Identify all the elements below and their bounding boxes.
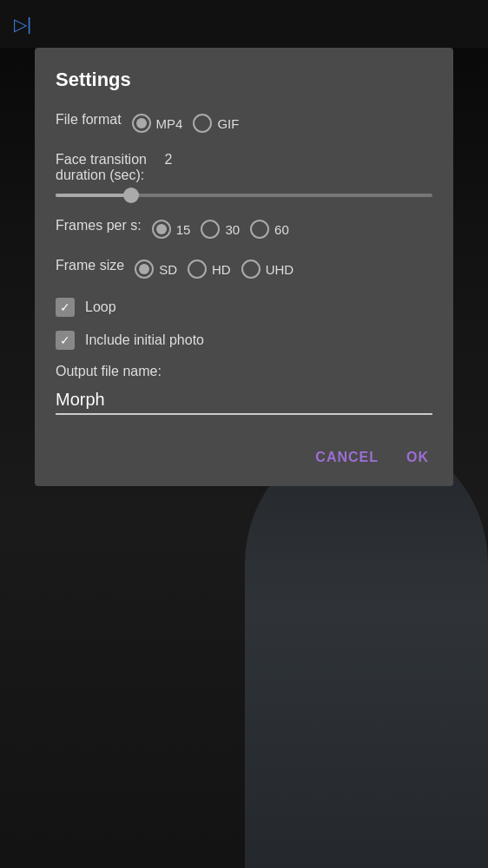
- radio-mp4-circle[interactable]: [132, 114, 151, 133]
- frame-size-label: Frame size: [56, 258, 124, 273]
- radio-uhd[interactable]: UHD: [241, 260, 294, 279]
- face-transition-header: Face transition 2 duration (sec):: [56, 152, 432, 183]
- radio-gif-label: GIF: [217, 116, 239, 131]
- top-bar: ▷|: [0, 0, 488, 48]
- face-transition-value: 2: [164, 152, 172, 167]
- radio-60fps[interactable]: 60: [250, 220, 289, 239]
- radio-15fps-label: 15: [176, 222, 191, 237]
- radio-hd-label: HD: [212, 262, 231, 277]
- radio-mp4-label: MP4: [156, 116, 183, 131]
- slider-fill: [56, 194, 131, 197]
- frames-per-sec-group: Frames per s: 15 30 60: [56, 218, 432, 240]
- dialog-buttons: CANCEL OK: [56, 436, 432, 472]
- frame-size-group: Frame size SD HD UHD: [56, 258, 432, 280]
- file-format-label: File format: [56, 112, 122, 128]
- radio-sd-label: SD: [159, 262, 177, 277]
- loop-checkbox[interactable]: ✓: [56, 298, 75, 317]
- radio-uhd-circle[interactable]: [241, 260, 260, 279]
- settings-dialog: Settings File format MP4 GIF Face transi…: [35, 48, 453, 486]
- app-icon: ▷|: [14, 14, 31, 35]
- radio-30fps[interactable]: 30: [201, 220, 240, 239]
- frame-size-row: Frame size SD HD UHD: [56, 258, 432, 280]
- radio-30fps-label: 30: [225, 222, 240, 237]
- radio-hd[interactable]: HD: [188, 260, 231, 279]
- output-file-name-row: Output file name:: [56, 364, 432, 415]
- radio-gif-circle[interactable]: [193, 114, 212, 133]
- ok-button[interactable]: OK: [403, 443, 432, 472]
- radio-sd-circle[interactable]: [135, 260, 154, 279]
- radio-mp4[interactable]: MP4: [132, 114, 183, 133]
- include-initial-photo-label: Include initial photo: [85, 332, 204, 348]
- slider-thumb[interactable]: [123, 187, 139, 203]
- radio-60fps-circle[interactable]: [250, 220, 269, 239]
- file-format-row: File format MP4 GIF: [56, 112, 432, 135]
- file-format-group: File format MP4 GIF: [56, 112, 432, 135]
- cancel-button[interactable]: CANCEL: [312, 443, 382, 472]
- radio-sd[interactable]: SD: [135, 260, 177, 279]
- loop-row[interactable]: ✓ Loop: [56, 298, 432, 317]
- face-transition-label: Face transition 2 duration (sec):: [56, 152, 172, 183]
- loop-checkmark: ✓: [60, 301, 70, 313]
- radio-30fps-circle[interactable]: [201, 220, 220, 239]
- radio-60fps-label: 60: [274, 222, 289, 237]
- face-transition-slider-container: [56, 190, 432, 201]
- frames-per-sec-label: Frames per s:: [56, 218, 142, 233]
- loop-label: Loop: [85, 299, 116, 315]
- output-file-name-input[interactable]: [56, 386, 432, 413]
- dialog-title: Settings: [56, 69, 432, 91]
- slider-track: [56, 194, 432, 197]
- radio-gif[interactable]: GIF: [193, 114, 239, 133]
- radio-hd-circle[interactable]: [188, 260, 207, 279]
- radio-15fps[interactable]: 15: [152, 220, 191, 239]
- include-initial-photo-row[interactable]: ✓ Include initial photo: [56, 331, 432, 350]
- output-file-name-label: Output file name:: [56, 364, 432, 379]
- frames-per-sec-row: Frames per s: 15 30 60: [56, 218, 432, 240]
- include-initial-photo-checkbox[interactable]: ✓: [56, 331, 75, 350]
- include-initial-photo-checkmark: ✓: [60, 334, 70, 346]
- face-transition-row: Face transition 2 duration (sec):: [56, 152, 432, 201]
- radio-15fps-circle[interactable]: [152, 220, 171, 239]
- radio-uhd-label: UHD: [266, 262, 294, 277]
- output-input-container: [56, 386, 432, 415]
